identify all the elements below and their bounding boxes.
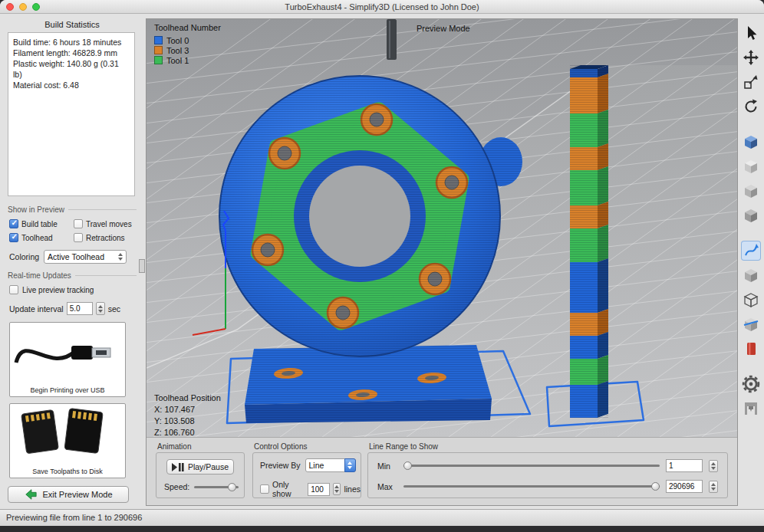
zoom-view-icon[interactable] [741, 72, 761, 92]
min-label: Min [377, 461, 397, 471]
view-cube-front-icon[interactable] [741, 181, 761, 201]
legend-title: Toolhead Number [154, 23, 221, 32]
max-line-field[interactable]: 290696 [666, 480, 703, 493]
rotate-view-icon[interactable] [741, 97, 761, 117]
travel-moves-checkbox[interactable] [74, 219, 83, 228]
window-title: TurboExhaust4 - Simplify3D (Licensed to … [0, 0, 764, 14]
view-cube-default-icon[interactable] [741, 132, 761, 152]
stat-material-cost: Material cost: 6.48 [13, 80, 130, 90]
build-table-checkbox[interactable] [9, 219, 18, 228]
machine-control-icon[interactable] [741, 399, 761, 419]
move-view-icon[interactable] [741, 48, 761, 67]
app-window: TurboExhaust4 - Simplify3D (Licensed to … [0, 0, 764, 526]
usb-button-label: Begin Printing over USB [10, 386, 125, 394]
line-range-title: Line Range to Show [369, 442, 728, 451]
statusbar: Previewing file from line 1 to 290696 [0, 509, 764, 526]
view-cube-top-icon[interactable] [741, 156, 761, 176]
close-button[interactable] [6, 3, 14, 11]
3d-viewport[interactable]: Toolhead Number Tool 0 Tool 3 Tool 1 Pre… [147, 19, 737, 437]
preview-controls-bar: Animation Play/Pause Speed: [147, 437, 737, 505]
status-text: Previewing file from line 1 to 290696 [6, 513, 142, 522]
model-view-cube-icon[interactable] [741, 265, 761, 285]
live-preview-label: Live preview tracking [22, 286, 94, 294]
min-line-stepper[interactable] [709, 460, 718, 472]
tool0-label: Tool 0 [166, 36, 189, 45]
checkbox-row-retractions: Retractions [74, 233, 125, 242]
coloring-label: Coloring [9, 252, 39, 261]
update-interval-stepper[interactable] [96, 302, 105, 315]
titlebar: TurboExhaust4 - Simplify3D (Licensed to … [0, 0, 764, 14]
support-structures-icon[interactable] [741, 339, 761, 359]
right-toolbar [738, 14, 764, 509]
min-slider-thumb[interactable] [403, 461, 412, 470]
min-line-slider[interactable] [403, 461, 660, 470]
min-line-field[interactable]: 1 [666, 459, 703, 472]
live-preview-checkbox[interactable] [9, 285, 18, 294]
tool3-color-swatch [154, 46, 163, 54]
legend-item-tool1: Tool 1 [154, 55, 221, 65]
settings-gear-icon[interactable] [741, 374, 761, 394]
update-interval-field[interactable]: 5.0 [67, 302, 93, 315]
max-slider-thumb[interactable] [651, 482, 660, 491]
tool0-color-swatch [154, 36, 163, 44]
preview-by-dropdown[interactable]: Line [305, 458, 356, 472]
toolpath-preview-icon[interactable] [741, 241, 761, 261]
only-show-checkbox[interactable] [260, 484, 269, 494]
cross-section-icon[interactable] [741, 314, 761, 334]
update-interval-label: Update interval [9, 304, 64, 314]
desktop-background [0, 526, 764, 532]
select-tool-icon[interactable] [741, 23, 761, 43]
speed-slider[interactable] [194, 483, 239, 491]
checkbox-row-toolhead: Toolhead [9, 233, 53, 242]
max-line-slider[interactable] [403, 482, 660, 491]
tool1-color-swatch [154, 56, 163, 64]
speed-slider-thumb[interactable] [228, 483, 236, 491]
play-pause-label: Play/Pause [188, 462, 229, 471]
retractions-checkbox[interactable] [74, 233, 83, 242]
update-interval-unit: sec [108, 304, 120, 314]
viewport-frame: Toolhead Number Tool 0 Tool 3 Tool 1 Pre… [146, 18, 738, 506]
stat-build-time: Build time: 6 hours 18 minutes [13, 37, 130, 48]
preview-mode-label: Preview Mode [417, 24, 470, 33]
animation-group: Animation Play/Pause Speed: [156, 442, 245, 498]
toolhead-position-y: Y: 103.508 [154, 415, 221, 427]
wireframe-view-icon[interactable] [741, 290, 761, 310]
checkbox-row-travel-moves: Travel moves [74, 219, 132, 228]
zoom-button[interactable] [32, 3, 40, 11]
dropdown-stepper-icon [344, 458, 356, 472]
toolhead-position-title: Toolhead Position [154, 392, 221, 404]
exit-button-label: Exit Preview Mode [42, 490, 112, 499]
play-pause-icon [172, 463, 184, 471]
preview-by-value: Line [309, 461, 324, 470]
toolhead-position-z: Z: 106.760 [154, 427, 221, 437]
play-pause-button[interactable]: Play/Pause [166, 459, 234, 475]
begin-printing-usb-button[interactable]: Begin Printing over USB [9, 322, 126, 397]
only-show-label: Only show [272, 480, 305, 498]
control-options-title: Control Options [254, 442, 361, 451]
max-line-stepper[interactable] [709, 481, 718, 493]
build-table-label: Build table [21, 220, 58, 228]
checkbox-row-build-table: Build table [9, 219, 58, 228]
lines-label: lines [344, 484, 361, 494]
save-toolpaths-button[interactable]: Save Toolpaths to Disk [9, 403, 126, 478]
only-show-field[interactable]: 100 [308, 483, 330, 496]
control-options-group: Control Options Preview By Line Only sho… [252, 442, 361, 498]
usb-cable-icon [10, 323, 125, 379]
coloring-value: Active Toolhead [48, 252, 104, 261]
coloring-dropdown[interactable]: Active Toolhead [44, 250, 127, 264]
legend-item-tool0: Tool 0 [154, 35, 221, 45]
exit-preview-mode-button[interactable]: Exit Preview Mode [8, 486, 129, 503]
realtime-updates-header: Real-time Updates [8, 271, 137, 280]
travel-moves-label: Travel moves [86, 220, 132, 228]
stat-plastic-weight: Plastic weight: 140.80 g (0.31 lb) [13, 58, 130, 80]
line-range-group: Line Range to Show Min 1 Max [367, 442, 728, 498]
view-cube-side-icon[interactable] [741, 205, 761, 225]
only-show-stepper[interactable] [333, 483, 341, 495]
toolhead-checkbox[interactable] [9, 233, 18, 242]
tool3-label: Tool 3 [166, 46, 189, 55]
tool1-label: Tool 1 [166, 56, 189, 65]
stat-filament-length: Filament length: 46828.9 mm [13, 48, 130, 58]
minimize-button[interactable] [19, 3, 27, 11]
sidebar-splitter-handle[interactable] [139, 259, 145, 273]
sidebar: Build Statistics Build time: 6 hours 18 … [0, 14, 144, 509]
